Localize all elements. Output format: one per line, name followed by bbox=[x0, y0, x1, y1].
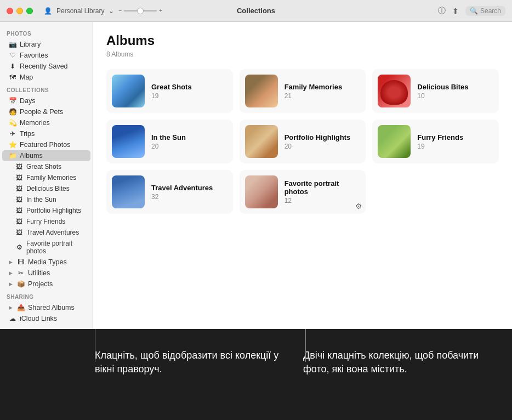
sidebar-item-albums[interactable]: 📁 Albums bbox=[2, 150, 90, 161]
album-count: 12 bbox=[285, 197, 361, 205]
furry-friends-thumb-icon: 🖼 bbox=[15, 218, 23, 225]
annotation-left-text: Клацніть, щоб відобразити всі колекції у… bbox=[95, 349, 298, 376]
days-icon: 📅 bbox=[9, 97, 16, 105]
album-card-delicious-bites[interactable]: Delicious Bites 10 bbox=[372, 69, 499, 113]
share-icon[interactable]: ⬆ bbox=[452, 7, 459, 15]
search-box[interactable]: 🔍 Search bbox=[465, 6, 505, 16]
page-title: Albums bbox=[106, 33, 499, 48]
sidebar-item-recently-saved[interactable]: ⬇ Recently Saved bbox=[2, 61, 90, 72]
sidebar-item-memories[interactable]: 💫 Memories bbox=[2, 117, 90, 128]
sidebar-item-icloud-links[interactable]: ☁ iCloud Links bbox=[2, 313, 90, 324]
sidebar-item-label: People & Pets bbox=[20, 108, 63, 116]
album-thumbnail bbox=[245, 175, 278, 208]
sidebar-item-label: Featured Photos bbox=[20, 141, 70, 149]
great-shots-thumb-icon: 🖼 bbox=[15, 163, 23, 171]
sidebar-item-map[interactable]: 🗺 Map bbox=[2, 72, 90, 83]
sidebar-item-family-memories[interactable]: 🖼 Family Memories bbox=[2, 172, 90, 183]
album-thumbnail bbox=[378, 75, 411, 107]
album-card-furry-friends[interactable]: Furry Friends 19 bbox=[372, 120, 499, 163]
sidebar-item-travel-adventures[interactable]: 🖼 Travel Adventures bbox=[2, 227, 90, 238]
search-placeholder: Search bbox=[480, 7, 501, 15]
sidebar-item-favorite-portrait[interactable]: ⚙ Favorite portrait photos bbox=[2, 238, 90, 257]
sidebar-item-label: Trips bbox=[20, 130, 35, 138]
sidebar-item-label: Family Memories bbox=[26, 174, 76, 181]
annotation-line-left bbox=[95, 329, 95, 362]
sidebar-item-featured[interactable]: ⭐ Featured Photos bbox=[2, 139, 90, 150]
slider-track[interactable] bbox=[124, 10, 157, 12]
expand-icon: ▶ bbox=[9, 259, 13, 265]
album-card-family-memories[interactable]: Family Memories 21 bbox=[240, 69, 366, 113]
sidebar-item-in-the-sun[interactable]: 🖼 In the Sun bbox=[2, 194, 90, 205]
album-card-portfolio-highlights[interactable]: Portfolio Highlights 20 bbox=[240, 120, 366, 163]
utilities-icon: ✂ bbox=[17, 269, 25, 277]
sidebar-item-delicious-bites[interactable]: 🖼 Delicious Bites bbox=[2, 183, 90, 194]
sidebar-item-label: Shared Albums bbox=[28, 304, 75, 311]
album-info: Portfolio Highlights 20 bbox=[285, 133, 361, 150]
person-icon: 👤 bbox=[44, 7, 52, 15]
sidebar-item-utilities[interactable]: ▶ ✂ Utilities bbox=[2, 268, 90, 279]
app-window: 👤 Personal Library ⌄ − + Collections ⓘ ⬆… bbox=[0, 0, 512, 329]
album-card-travel-adventures[interactable]: Travel Adventures 32 bbox=[106, 170, 233, 214]
sidebar: Photos 📷 Library ♡ Favorites ⬇ Recently … bbox=[0, 22, 93, 329]
sidebar-item-shared-albums[interactable]: ▶ 📤 Shared Albums bbox=[2, 302, 90, 313]
album-info: Family Memories 21 bbox=[285, 83, 361, 100]
sidebar-item-media-types[interactable]: ▶ 🎞 Media Types bbox=[2, 257, 90, 268]
zoom-slider[interactable]: − + bbox=[118, 8, 162, 14]
in-the-sun-thumb-icon: 🖼 bbox=[15, 196, 23, 203]
sharing-section-header: Sharing bbox=[0, 290, 93, 302]
sidebar-item-people-pets[interactable]: 🧑 People & Pets bbox=[2, 106, 90, 117]
window-title: Collections bbox=[237, 7, 275, 15]
album-thumbnail bbox=[378, 125, 411, 158]
sidebar-item-projects[interactable]: ▶ 📦 Projects bbox=[2, 279, 90, 290]
close-button[interactable] bbox=[7, 8, 13, 14]
info-icon[interactable]: ⓘ bbox=[438, 6, 446, 16]
sidebar-item-label: Library bbox=[20, 41, 41, 48]
sidebar-item-portfolio-highlights[interactable]: 🖼 Portfolio Highlights bbox=[2, 205, 90, 216]
album-count: 20 bbox=[285, 143, 361, 150]
travel-adventures-thumb-icon: 🖼 bbox=[15, 229, 23, 236]
album-thumbnail bbox=[112, 175, 145, 208]
sidebar-item-label: Favorites bbox=[20, 52, 48, 59]
main-panel: Albums 8 Albums Great Shots 19 Family Me… bbox=[93, 22, 512, 329]
sidebar-item-favorites[interactable]: ♡ Favorites bbox=[2, 50, 90, 61]
sidebar-item-days[interactable]: 📅 Days bbox=[2, 95, 90, 106]
sidebar-item-label: Recently Saved bbox=[20, 63, 68, 70]
annotation-left: Клацніть, щоб відобразити всі колекції у… bbox=[95, 340, 298, 376]
album-info: Great Shots 19 bbox=[151, 83, 227, 100]
album-card-favorite-portrait[interactable]: Favorite portrait photos 12 ⚙ bbox=[240, 170, 366, 214]
album-card-great-shots[interactable]: Great Shots 19 bbox=[106, 69, 233, 113]
library-selector[interactable]: 👤 Personal Library ⌄ − + bbox=[44, 7, 162, 15]
zoom-minus-icon: − bbox=[118, 8, 122, 14]
album-count: 19 bbox=[151, 92, 227, 100]
expand-icon: ▶ bbox=[9, 270, 13, 276]
minimize-button[interactable] bbox=[16, 8, 23, 14]
slider-thumb[interactable] bbox=[137, 8, 144, 14]
sidebar-item-label: Furry Friends bbox=[26, 218, 65, 225]
album-thumbnail bbox=[245, 125, 278, 158]
people-pets-icon: 🧑 bbox=[9, 108, 16, 116]
album-count: 10 bbox=[417, 92, 493, 100]
library-label: Personal Library bbox=[56, 7, 104, 15]
album-name: Family Memories bbox=[285, 83, 361, 91]
album-count: 19 bbox=[417, 143, 493, 150]
albums-grid: Great Shots 19 Family Memories 21 Delici… bbox=[106, 69, 499, 214]
collections-section-header: Collections bbox=[0, 83, 93, 95]
album-info: Delicious Bites 10 bbox=[417, 83, 493, 100]
sidebar-item-trips[interactable]: ✈ Trips bbox=[2, 128, 90, 139]
sidebar-item-great-shots[interactable]: 🖼 Great Shots bbox=[2, 161, 90, 172]
annotation-area: Клацніть, щоб відобразити всі колекції у… bbox=[0, 329, 512, 420]
sidebar-item-library[interactable]: 📷 Library bbox=[2, 39, 90, 50]
annotation-right: Двічі клацніть колекцію, щоб побачити фо… bbox=[303, 340, 500, 376]
sidebar-item-label: Delicious Bites bbox=[26, 185, 70, 192]
sidebar-item-label: iCloud Links bbox=[20, 315, 57, 322]
sidebar-item-furry-friends[interactable]: 🖼 Furry Friends bbox=[2, 216, 90, 227]
sidebar-item-label: Memories bbox=[20, 119, 50, 127]
main-content: Photos 📷 Library ♡ Favorites ⬇ Recently … bbox=[0, 22, 512, 329]
sidebar-item-label: In the Sun bbox=[26, 196, 56, 203]
album-card-in-the-sun[interactable]: In the Sun 20 bbox=[106, 120, 233, 163]
annotation-right-text: Двічі клацніть колекцію, щоб побачити фо… bbox=[303, 349, 500, 376]
maximize-button[interactable] bbox=[26, 8, 33, 14]
map-icon: 🗺 bbox=[9, 73, 16, 81]
album-name: Travel Adventures bbox=[151, 184, 227, 192]
expand-icon: ▶ bbox=[9, 281, 13, 287]
